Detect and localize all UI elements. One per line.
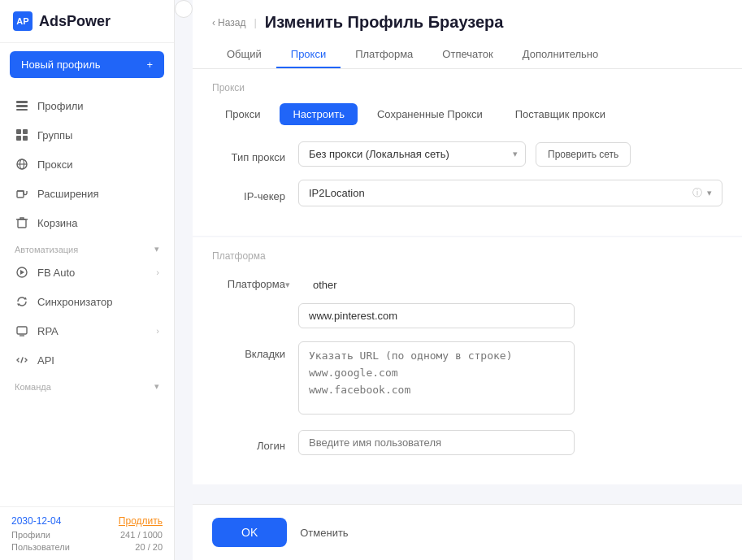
platform-url-label bbox=[212, 313, 285, 319]
sidebar-item-extensions[interactable]: Расширения bbox=[0, 179, 174, 208]
sidebar-item-trash[interactable]: Корзина bbox=[0, 208, 174, 237]
proxy-subtabs: Прокси Настроить Сохраненные Прокси Пост… bbox=[212, 103, 722, 125]
proxy-type-select-wrapper: Без прокси (Локальная сеть) ▾ bbox=[298, 141, 526, 167]
fb-auto-arrow-icon: › bbox=[156, 267, 159, 277]
subtab-provider[interactable]: Поставщик прокси bbox=[502, 103, 618, 125]
tab-proxy[interactable]: Прокси bbox=[276, 41, 341, 68]
header-top: ‹ Назад | Изменить Профиль Браузера bbox=[212, 13, 722, 32]
trash-icon bbox=[15, 215, 29, 230]
logo-text: AdsPower bbox=[39, 13, 111, 30]
sidebar-item-profiles-label: Профили bbox=[37, 100, 84, 112]
extensions-icon bbox=[15, 186, 29, 201]
login-input[interactable] bbox=[298, 430, 575, 455]
footer-date: 2030-12-04 bbox=[11, 515, 61, 527]
sidebar-footer: 2030-12-04 Продлить Профили 241 / 1000 П… bbox=[0, 506, 174, 560]
svg-rect-10 bbox=[17, 191, 24, 198]
tab-advanced[interactable]: Дополнительно bbox=[508, 41, 614, 68]
svg-rect-6 bbox=[23, 136, 28, 141]
footer-profiles-stat: Профили 241 / 1000 bbox=[11, 530, 163, 540]
sidebar-item-extensions-label: Расширения bbox=[37, 188, 99, 200]
tabs-control bbox=[298, 341, 722, 417]
sidebar-item-profiles[interactable]: Профили bbox=[0, 91, 174, 120]
platform-dropdown-icon: ▾ bbox=[285, 280, 290, 290]
main-panel: ‹ Назад | Изменить Профиль Браузера Общи… bbox=[193, 0, 742, 560]
logo-area: AP AdsPower bbox=[0, 0, 174, 43]
sidebar-item-api-label: API bbox=[37, 354, 54, 367]
page-title: Изменить Профиль Браузера bbox=[265, 13, 504, 32]
ok-button[interactable]: OK bbox=[212, 518, 287, 547]
new-profile-plus-icon: + bbox=[146, 59, 153, 71]
sidebar-item-rpa-label: RPA bbox=[37, 325, 59, 337]
cancel-button[interactable]: Отменить bbox=[300, 527, 348, 539]
login-control bbox=[298, 430, 722, 455]
sidebar-nav: Профили Группы Прокси Расширения Корзина bbox=[0, 86, 174, 506]
sidebar-collapse-button[interactable] bbox=[175, 0, 193, 18]
rpa-icon bbox=[15, 323, 29, 338]
sidebar-item-proxy[interactable]: Прокси bbox=[0, 150, 174, 179]
new-profile-label: Новый профиль bbox=[21, 59, 101, 71]
ip-checker-row: IP-чекер IP2Location ⓘ ▾ bbox=[212, 180, 722, 206]
back-button[interactable]: ‹ Назад bbox=[212, 17, 245, 28]
tab-platform[interactable]: Платформа bbox=[341, 41, 427, 68]
svg-rect-11 bbox=[18, 219, 26, 228]
sidebar-item-trash-label: Корзина bbox=[37, 217, 78, 229]
ip-checker-select[interactable]: IP2Location ⓘ ▾ bbox=[298, 180, 722, 206]
api-icon bbox=[15, 353, 29, 367]
sidebar-item-groups[interactable]: Группы bbox=[0, 120, 174, 150]
sync-icon bbox=[15, 294, 29, 309]
footer-renew-link[interactable]: Продлить bbox=[119, 515, 163, 527]
tabs-label: Вкладки bbox=[212, 341, 285, 360]
proxy-section-label: Прокси bbox=[212, 82, 722, 93]
sidebar-item-sync-label: Синхронизатор bbox=[37, 296, 112, 308]
ip-checker-control: IP2Location ⓘ ▾ bbox=[298, 180, 722, 206]
subtab-configure[interactable]: Настроить bbox=[280, 103, 358, 125]
ip-checker-info-icon: ⓘ bbox=[692, 186, 702, 200]
platform-section-label: Платформа bbox=[212, 250, 722, 262]
proxy-type-label: Тип прокси bbox=[212, 145, 285, 163]
svg-rect-3 bbox=[16, 129, 21, 134]
svg-rect-0 bbox=[16, 101, 28, 103]
platform-label: Платформа bbox=[212, 271, 285, 290]
profiles-icon bbox=[15, 98, 29, 113]
automation-section-label: Автоматизация ▾ bbox=[0, 237, 174, 258]
check-network-button[interactable]: Проверить сеть bbox=[536, 142, 631, 167]
ip-checker-label: IP-чекер bbox=[212, 184, 285, 202]
platform-section: Платформа Платформа other other ▾ bbox=[193, 237, 742, 484]
tabs-row: Вкладки bbox=[212, 341, 722, 417]
footer-users-stat: Пользователи 20 / 20 bbox=[11, 542, 163, 552]
sidebar-item-fb-auto-label: FB Auto bbox=[37, 267, 75, 279]
platform-url-input[interactable] bbox=[298, 303, 575, 328]
fb-auto-icon bbox=[15, 265, 29, 280]
rpa-arrow-icon: › bbox=[156, 326, 159, 336]
platform-control: other other ▾ bbox=[298, 275, 722, 287]
platform-row: Платформа other other ▾ bbox=[212, 271, 722, 290]
main-header: ‹ Назад | Изменить Профиль Браузера Общи… bbox=[193, 0, 742, 69]
groups-icon bbox=[15, 128, 29, 142]
tab-general[interactable]: Общий bbox=[212, 41, 276, 68]
sidebar: AP AdsPower Новый профиль + Профили Груп… bbox=[0, 0, 175, 560]
proxy-section: Прокси Прокси Настроить Сохраненные Прок… bbox=[193, 69, 742, 236]
proxy-icon bbox=[15, 157, 29, 171]
sidebar-item-api[interactable]: API bbox=[0, 345, 174, 375]
platform-url-control bbox=[298, 303, 722, 328]
sidebar-item-proxy-label: Прокси bbox=[37, 158, 72, 171]
tab-fingerprint[interactable]: Отпечаток bbox=[427, 41, 507, 68]
login-label: Логин bbox=[212, 433, 285, 452]
ip-checker-arrow-icon: ▾ bbox=[707, 188, 712, 198]
subtab-saved[interactable]: Сохраненные Прокси bbox=[364, 103, 496, 125]
svg-rect-5 bbox=[16, 136, 21, 141]
login-row: Логин bbox=[212, 430, 722, 455]
sidebar-item-sync[interactable]: Синхронизатор bbox=[0, 287, 174, 316]
subtab-proxy[interactable]: Прокси bbox=[212, 103, 273, 125]
sidebar-item-fb-auto[interactable]: FB Auto › bbox=[0, 258, 174, 287]
tabs-textarea[interactable] bbox=[298, 341, 575, 415]
proxy-type-control: Без прокси (Локальная сеть) ▾ Проверить … bbox=[298, 141, 722, 167]
sidebar-item-groups-label: Группы bbox=[37, 129, 72, 141]
proxy-type-select[interactable]: Без прокси (Локальная сеть) bbox=[298, 141, 526, 167]
sidebar-item-rpa[interactable]: RPA › bbox=[0, 316, 174, 345]
new-profile-button[interactable]: Новый профиль + bbox=[10, 51, 164, 78]
svg-rect-13 bbox=[17, 327, 27, 334]
svg-rect-1 bbox=[16, 105, 28, 107]
footer-actions: OK Отменить bbox=[193, 504, 742, 560]
logo-icon: AP bbox=[13, 11, 33, 31]
